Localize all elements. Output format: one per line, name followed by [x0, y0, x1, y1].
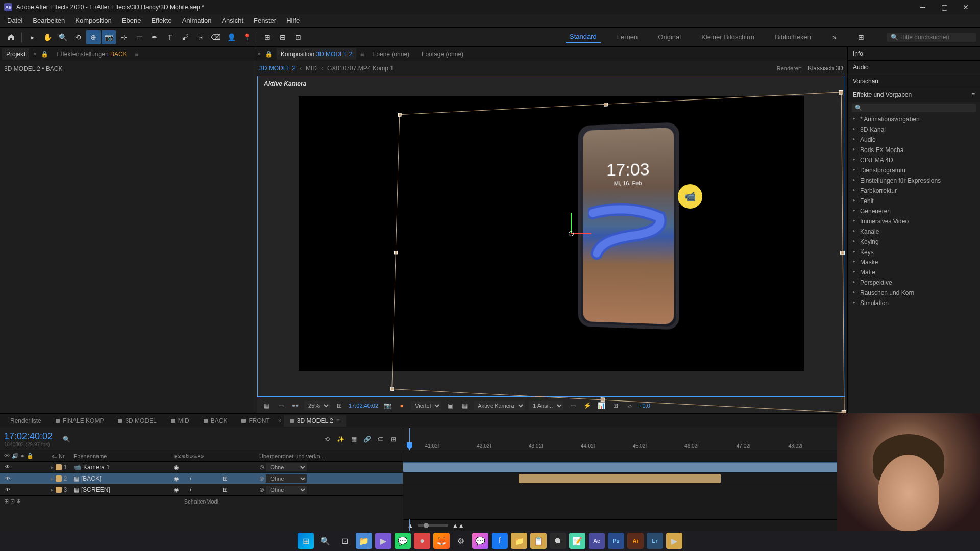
tl-tab-3dmodel[interactable]: 3D MODEL — [112, 415, 162, 427]
comp-close-icon[interactable]: × — [257, 51, 261, 58]
whatsapp-icon[interactable]: 💬 — [395, 533, 411, 549]
layer-label-color[interactable] — [56, 475, 62, 482]
effect-category[interactable]: Einstellungen für Expressions — [848, 176, 980, 186]
pen-tool-icon[interactable]: ✒ — [148, 30, 162, 44]
effect-category[interactable]: Matte — [848, 267, 980, 278]
minimize-button[interactable]: ─ — [913, 1, 933, 13]
lock-toggle[interactable] — [32, 464, 39, 471]
info-header[interactable]: Info — [848, 47, 980, 60]
handle[interactable] — [603, 102, 607, 106]
close-button[interactable]: ✕ — [955, 1, 976, 13]
switch[interactable] — [182, 486, 189, 493]
maximize-button[interactable]: ▢ — [934, 1, 954, 13]
tl-tool-icon[interactable]: 🏷 — [375, 434, 385, 444]
composition-viewer[interactable]: Aktive Kamera 17:03 Mi, 1 — [257, 76, 845, 397]
workspace-original[interactable]: Original — [654, 31, 685, 43]
explorer-icon[interactable]: 📁 — [356, 533, 372, 549]
region-icon[interactable]: ▣ — [445, 400, 455, 411]
audio-toggle[interactable] — [13, 475, 20, 482]
parent-select[interactable]: Ohne — [266, 474, 307, 483]
pickwhip-icon[interactable]: ⊚ — [259, 486, 264, 493]
tl-tool-icon[interactable]: ✨ — [335, 434, 346, 444]
lock-toggle[interactable] — [32, 475, 39, 482]
exposure-value[interactable]: +0,0 — [639, 403, 650, 409]
transform-gizmo[interactable] — [561, 228, 582, 248]
solo-toggle[interactable] — [22, 486, 30, 493]
app-icon[interactable]: ● — [414, 533, 430, 549]
label-icon[interactable]: 🏷 — [52, 453, 57, 459]
lock-icon[interactable]: 🔒 — [27, 453, 34, 459]
home-icon[interactable] — [4, 30, 18, 44]
tl-tab-close-icon[interactable]: × — [278, 417, 282, 424]
effects-search-input[interactable]: 🔍 — [852, 104, 976, 112]
handle[interactable] — [839, 90, 843, 95]
tl-tab-finale[interactable]: FINALE KOMP — [50, 415, 110, 427]
viewer-timecode[interactable]: 17:02:40:02 — [349, 403, 378, 409]
ps-icon[interactable]: Ps — [608, 533, 624, 549]
handle[interactable] — [840, 250, 844, 255]
app-icon[interactable]: 📝 — [569, 533, 585, 549]
tab-komposition[interactable]: Komposition 3D MODEL 2 — [277, 48, 356, 60]
menu-ebene[interactable]: Ebene — [117, 15, 146, 27]
effect-category[interactable]: Maske — [848, 257, 980, 267]
menu-datei[interactable]: Datei — [2, 15, 28, 27]
switch[interactable] — [182, 475, 189, 482]
zoom-out-icon[interactable]: ▲ — [407, 522, 413, 529]
layer-row[interactable]: 👁 ▸ 3 ▦ [SCREEN] ◉ / ⊞ ⊚ Ohne — [0, 484, 403, 495]
help-search[interactable]: 🔍 — [887, 33, 976, 42]
project-item-path[interactable]: 3D MODEL 2 • BACK — [4, 65, 251, 72]
switch[interactable] — [214, 464, 222, 471]
alpha-icon[interactable]: ▦ — [261, 400, 272, 411]
panel-menu-icon[interactable]: ≡ — [336, 417, 340, 424]
local-axis-icon[interactable]: ⊞ — [260, 30, 275, 44]
puppet-tool-icon[interactable]: 📍 — [239, 30, 254, 44]
switch[interactable]: / — [190, 475, 197, 482]
switch[interactable] — [206, 475, 213, 482]
views-select[interactable]: 1 Ansi... — [529, 401, 564, 410]
switch[interactable] — [198, 475, 205, 482]
menu-effekte[interactable]: Effekte — [146, 15, 177, 27]
pickwhip-icon[interactable]: ⊚ — [259, 464, 264, 471]
effect-category[interactable]: Dienstprogramm — [848, 165, 980, 176]
eye-toggle[interactable]: 👁 — [4, 475, 11, 482]
gizmo-x-axis[interactable] — [571, 233, 591, 234]
audio-toggle[interactable] — [13, 464, 20, 471]
start-button[interactable]: ⊞ — [298, 533, 314, 549]
comp-lock-icon[interactable]: 🔒 — [265, 51, 273, 58]
tab-ebene[interactable]: Ebene (ohne) — [368, 48, 413, 60]
switch[interactable]: ◉ — [174, 486, 181, 493]
switch[interactable] — [198, 486, 205, 493]
timecode-display[interactable]: 17:02:40:02 1840802 (29.97 fps) — [4, 431, 53, 447]
tl-tab-renderliste[interactable]: Renderliste — [4, 415, 47, 427]
workspace-kleiner[interactable]: Kleiner Bildschirm — [697, 31, 758, 43]
expand-icon[interactable]: ▸ — [51, 464, 54, 471]
fast-preview-icon[interactable]: ⚡ — [582, 400, 592, 411]
switch[interactable]: ⊞ — [223, 475, 230, 482]
zoom-select[interactable]: 25% — [304, 401, 330, 410]
orbit-tool-icon[interactable]: ⟲ — [71, 30, 85, 44]
tl-tab-back[interactable]: BACK — [198, 415, 234, 427]
app-icon[interactable]: ⚙ — [453, 533, 469, 549]
pickwhip-icon[interactable]: ⊚ — [259, 475, 264, 482]
layer-name[interactable]: ▦ [SCREEN] — [71, 486, 174, 493]
crumb-1[interactable]: MID — [306, 65, 317, 72]
layer-search[interactable]: 🔍 — [63, 436, 70, 443]
facebook-icon[interactable]: f — [492, 533, 508, 549]
zoom-slider[interactable] — [418, 524, 448, 527]
expand-icon[interactable]: ▸ — [51, 486, 54, 493]
switch[interactable] — [214, 486, 222, 493]
menu-ansicht[interactable]: Ansicht — [216, 15, 249, 27]
layer-row[interactable]: 👁 ▸ 2 ▦ [BACK] ◉ / ⊞ ⊚ Ohne — [0, 473, 403, 484]
quality-select[interactable]: Viertel — [411, 401, 441, 410]
view-axis-icon[interactable]: ⊡ — [291, 30, 305, 44]
handle[interactable] — [390, 387, 394, 391]
menu-fenster[interactable]: Fenster — [249, 15, 281, 27]
eye-toggle[interactable]: 👁 — [4, 486, 11, 493]
audio-header[interactable]: Audio — [848, 61, 980, 74]
solo-toggle[interactable] — [22, 464, 30, 471]
layer-bar[interactable] — [519, 474, 721, 483]
effect-category[interactable]: Perspektive — [848, 278, 980, 288]
effect-category[interactable]: Simulation — [848, 298, 980, 308]
layer-name[interactable]: ▦ [BACK] — [71, 475, 174, 482]
speaker-icon[interactable]: 🔊 — [12, 453, 19, 459]
